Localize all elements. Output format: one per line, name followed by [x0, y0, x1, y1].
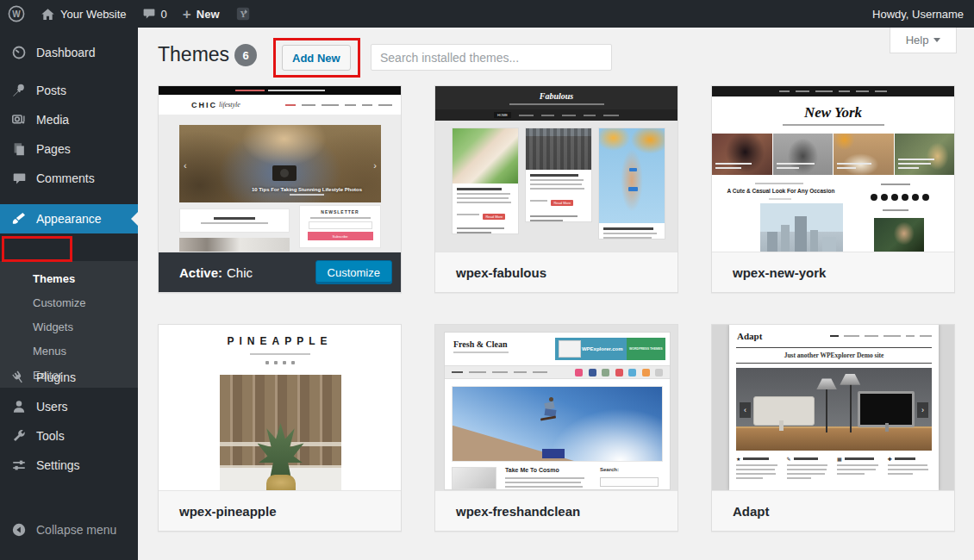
theme-card-wpex-freshandclean[interactable]: Fresh & Clean WPExplorer.com WORDPRESS T…	[434, 324, 678, 532]
collapse-arrow-icon	[10, 521, 28, 538]
decorative-bar	[715, 163, 752, 165]
comments-icon	[10, 170, 28, 187]
decorative-bar	[888, 464, 927, 466]
decorative-bar	[755, 183, 803, 184]
chic-promo-bar	[159, 86, 401, 95]
site-name: Your Website	[60, 8, 127, 21]
account-menu[interactable]: Howdy, Username	[872, 0, 964, 28]
theme-card-wpex-fabulous[interactable]: Fabulous HOME Read More	[434, 85, 678, 293]
slider-next-icon: ›	[917, 402, 928, 418]
decorative-bar	[519, 115, 534, 116]
decorative-bar	[769, 198, 791, 200]
active-label: Active:	[179, 265, 222, 280]
new-label: New	[197, 8, 220, 21]
howdy-label: Howdy, Username	[872, 8, 964, 21]
decorative-bar	[457, 202, 511, 203]
decorative-bar	[898, 167, 919, 169]
yoast-menu[interactable]: Y	[228, 0, 259, 28]
fabulous-post-3	[598, 128, 665, 240]
decorative-bar	[865, 335, 878, 337]
sidebar-item-plugins[interactable]: Plugins	[0, 363, 138, 392]
newyork-content: A Cute & Casual Look For Any Occasion	[712, 175, 954, 252]
theme-screenshot-adapt: Adapt Just another WPExplorer Demo site	[712, 325, 954, 490]
decorative-bar	[302, 104, 315, 106]
sidebar-item-dashboard[interactable]: Dashboard	[0, 38, 138, 67]
help-tab[interactable]: Help	[890, 28, 957, 53]
sidebar-item-appearance[interactable]: Appearance	[0, 204, 138, 233]
pushpin-icon	[10, 82, 28, 99]
decorative-bar	[794, 457, 818, 460]
theme-card-wpex-pineapple[interactable]: PINEAPPLE wpex-pineapple	[158, 324, 402, 532]
theme-name: wpex-new-york	[733, 265, 826, 280]
sidebar-item-media[interactable]: Media	[0, 105, 138, 134]
admin-bar: W Your Website 0 + New Y Howdy, Username	[0, 0, 974, 28]
decorative-shape	[628, 187, 638, 191]
sidebar-item-label: Appearance	[36, 212, 102, 226]
decorative-bar	[783, 124, 884, 126]
customize-button[interactable]: Customize	[315, 260, 392, 284]
newyork-city-image	[760, 203, 843, 252]
decorative-bar	[787, 469, 827, 470]
theme-card-adapt[interactable]: Adapt Just another WPExplorer Demo site	[711, 324, 955, 532]
new-content-menu[interactable]: + New	[175, 0, 228, 28]
submenu-item-themes[interactable]: Themes	[0, 267, 138, 291]
decorative-bar	[715, 167, 741, 169]
submenu-item-menus[interactable]: Menus	[0, 339, 138, 364]
decorative-bar	[603, 233, 657, 234]
submenu-item-customize[interactable]: Customize	[0, 291, 138, 315]
decorative-bar	[796, 90, 809, 92]
subscribe-button: Subscribe	[308, 232, 373, 240]
sidebar-item-tools[interactable]: Tools	[0, 421, 138, 451]
decorative-bar	[457, 197, 509, 199]
newyork-social-dots	[871, 194, 929, 201]
theme-count-badge: 6	[234, 44, 257, 66]
newyork-post-title: A Cute & Casual Look For Any Occasion	[712, 188, 850, 194]
adapt-tagline: Just another WPExplorer Demo site	[729, 352, 939, 359]
social-dot-icon	[283, 361, 286, 364]
sidebar-item-posts[interactable]: Posts	[0, 76, 138, 105]
site-link[interactable]: Your Website	[33, 0, 134, 28]
sidebar-item-pages[interactable]: Pages	[0, 134, 138, 164]
pineapple-social-icons	[159, 361, 401, 364]
decorative-bar	[214, 217, 255, 220]
theme-screenshot-new-york: New York A Cute & Casual Look For Any Oc…	[712, 86, 954, 252]
wordpress-menu[interactable]: W	[0, 0, 33, 28]
dashboard-icon	[10, 44, 28, 61]
theme-screenshot-pineapple: PINEAPPLE	[159, 325, 401, 490]
sidebar-item-comments[interactable]: Comments	[0, 164, 138, 193]
decorative-bar	[530, 215, 578, 217]
decorative-bar	[888, 469, 928, 470]
decorative-shape	[822, 237, 836, 252]
decorative-bar	[469, 371, 486, 373]
decorative-bar	[250, 353, 310, 355]
comments-shortcut[interactable]: 0	[134, 0, 175, 28]
decorative-bar	[310, 217, 371, 219]
social-icon	[589, 369, 596, 376]
newyork-topnav	[712, 86, 954, 96]
add-new-button[interactable]: Add New	[282, 45, 351, 71]
chic-caption-text: 10 Tips For Taking Stunning Lifestyle Ph…	[252, 187, 362, 192]
submenu-item-widgets[interactable]: Widgets	[0, 315, 138, 339]
collapse-menu-button[interactable]: Collapse menu	[0, 515, 138, 544]
active-theme-bar: Active: Chic Customize	[159, 252, 401, 292]
sidebar-item-settings[interactable]: Settings	[0, 451, 138, 480]
theme-card-chic[interactable]: CHIC lifestyle ‹ › 10 Tips For Taking St…	[158, 85, 402, 293]
newyork-header: New York	[712, 96, 954, 134]
feature-header: ★	[736, 456, 781, 462]
plus-icon: +	[183, 7, 191, 22]
collapse-menu-label: Collapse menu	[36, 523, 116, 537]
home-icon	[41, 7, 55, 22]
banner-text: WPExplorer.com	[582, 346, 623, 352]
fresh-page: Fresh & Clean WPExplorer.com WORDPRESS T…	[444, 332, 671, 490]
fabulous-post-2: Read More	[525, 128, 592, 222]
decorative-bar	[541, 115, 554, 116]
decorative-bar	[787, 464, 827, 466]
fresh-social-icons	[573, 364, 663, 380]
sidebar-item-users[interactable]: Users	[0, 392, 138, 421]
theme-card-wpex-new-york[interactable]: New York A Cute & Casual Look For Any Oc…	[711, 85, 955, 293]
tile-outdoor	[895, 134, 955, 175]
sidebar-item-label: Posts	[36, 84, 66, 97]
skateboard-shape	[540, 416, 556, 421]
search-input[interactable]	[371, 44, 612, 71]
social-icon	[615, 369, 623, 376]
